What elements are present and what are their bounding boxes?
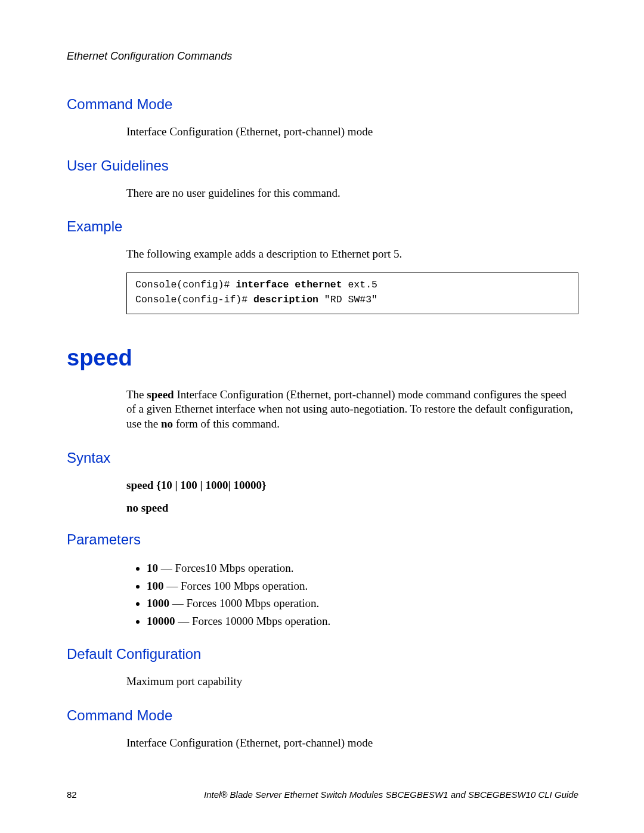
running-head: Ethernet Configuration Commands (67, 50, 578, 63)
heading-default-config: Default Configuration (67, 646, 578, 662)
list-item: 100 — Forces 100 Mbps operation. (147, 578, 578, 594)
code-arg: ext.5 (342, 279, 377, 290)
bold-text: no (161, 417, 173, 430)
text: The (126, 388, 147, 401)
heading-syntax: Syntax (67, 450, 578, 466)
footer-title: Intel® Blade Server Ethernet Switch Modu… (204, 789, 578, 800)
default-config-text: Maximum port capability (126, 674, 578, 689)
heading-example: Example (67, 218, 578, 235)
speed-description: The speed Interface Configuration (Ether… (126, 388, 578, 432)
page: Ethernet Configuration Commands Command … (0, 0, 644, 833)
user-guidelines-text: There are no user guidelines for this co… (126, 186, 578, 201)
code-prompt: Console(config-if)# (135, 294, 253, 305)
heading-parameters: Parameters (67, 531, 578, 548)
command-mode-1-text: Interface Configuration (Ethernet, port-… (126, 125, 578, 140)
list-item: 1000 — Forces 1000 Mbps operation. (147, 595, 578, 612)
list-item: 10 — Forces10 Mbps operation. (147, 560, 578, 577)
code-command: interface ethernet (236, 279, 342, 290)
command-mode-2-text: Interface Configuration (Ethernet, port-… (126, 736, 578, 751)
example-intro: The following example adds a description… (126, 247, 578, 262)
param-desc: — Forces 10000 Mbps operation. (175, 615, 331, 627)
example-code-block: Console(config)# interface ethernet ext.… (126, 272, 578, 314)
code-prompt: Console(config)# (135, 279, 236, 290)
code-command: description (253, 294, 318, 305)
param-key: 100 (147, 580, 164, 592)
footer: 82 Intel® Blade Server Ethernet Switch M… (67, 789, 578, 800)
page-number: 82 (67, 789, 77, 800)
param-desc: — Forces 100 Mbps operation. (164, 580, 308, 592)
list-item: 10000 — Forces 10000 Mbps operation. (147, 613, 578, 630)
syntax-block: speed {10 | 100 | 1000| 10000} no speed (126, 478, 578, 516)
param-desc: — Forces 1000 Mbps operation. (169, 597, 319, 609)
bold-text: speed (147, 388, 174, 401)
param-key: 10 (147, 562, 158, 574)
param-key: 10000 (147, 615, 175, 627)
code-line-1: Console(config)# interface ethernet ext.… (135, 278, 569, 293)
text: form of this command. (173, 417, 280, 430)
heading-user-guidelines: User Guidelines (67, 157, 578, 174)
param-desc: — Forces10 Mbps operation. (158, 562, 293, 574)
param-key: 1000 (147, 597, 169, 609)
heading-speed: speed (67, 345, 578, 371)
heading-command-mode-2: Command Mode (67, 707, 578, 724)
parameters-list: 10 — Forces10 Mbps operation. 100 — Forc… (126, 560, 578, 629)
syntax-line-2: no speed (126, 501, 578, 516)
code-line-2: Console(config-if)# description "RD SW#3… (135, 293, 569, 308)
heading-command-mode-1: Command Mode (67, 96, 578, 113)
code-arg: "RD SW#3" (318, 294, 377, 305)
syntax-line-1: speed {10 | 100 | 1000| 10000} (126, 478, 578, 493)
